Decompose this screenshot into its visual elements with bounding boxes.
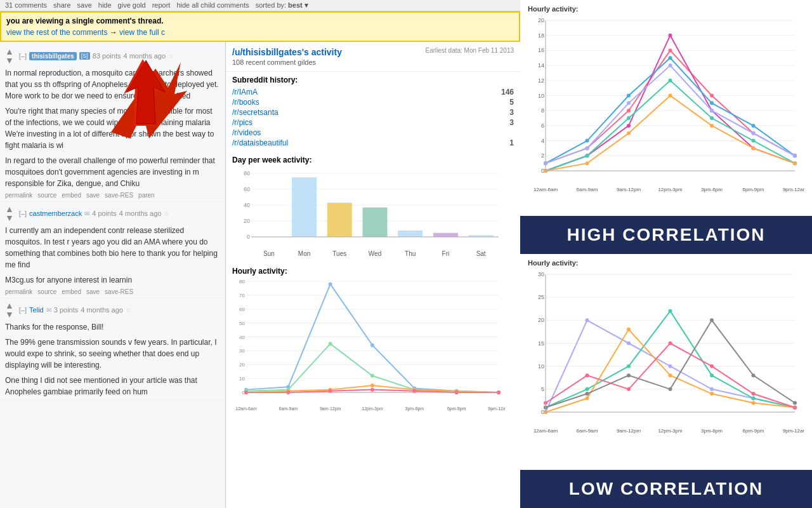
points-3: 3 points: [54, 306, 79, 314]
vote-arrows-3[interactable]: ▲ ▼: [5, 301, 14, 319]
subreddit-count-1: 5: [509, 98, 514, 107]
subreddit-row-4: /r/videos: [232, 128, 514, 138]
save-2[interactable]: save: [86, 288, 100, 295]
msg-icon-2: ✉: [84, 210, 89, 217]
share-link[interactable]: share: [53, 1, 71, 10]
bottom-correlation-chart: [528, 269, 804, 434]
subreddit-count-2: 3: [509, 108, 514, 117]
subreddit-link-2[interactable]: /r/secretsanta: [232, 108, 278, 117]
mod-tag-1: [S]: [79, 52, 90, 60]
subreddit-link-5[interactable]: /r/dataisbeautiful: [232, 138, 288, 147]
rest-comments-link[interactable]: view the rest of the comments: [6, 28, 107, 37]
top-chart-box: Hourly activity:: [520, 0, 812, 216]
top-chart-title: Hourly activity:: [528, 5, 804, 13]
source-2[interactable]: source: [37, 288, 56, 295]
subreddit-link-1[interactable]: /r/books: [232, 98, 259, 107]
comment-3-header: ▲ ▼ [–] Telid ✉ 3 points 4 months ago ☆: [5, 301, 220, 319]
comment-3: ▲ ▼ [–] Telid ✉ 3 points 4 months ago ☆ …: [0, 298, 225, 401]
day-activity: Day per week activity:: [226, 152, 520, 263]
user-subtitle: 108 recent comment gildes: [232, 58, 342, 66]
user-header: /u/thisisbillgates's activity 108 recent…: [226, 42, 520, 72]
vote-arrows-2[interactable]: ▲ ▼: [5, 204, 14, 222]
report-link[interactable]: report: [152, 1, 171, 10]
hourly-chart-user: [232, 278, 505, 411]
high-correlation-label: HIGH CORRELATION: [520, 216, 812, 254]
upvote-2[interactable]: ▲: [5, 204, 14, 213]
save-link[interactable]: save: [77, 1, 92, 10]
collapse-2[interactable]: [–]: [19, 210, 27, 217]
hourly-activity-user: Hourly activity:: [226, 263, 520, 415]
bottom-chart-title: Hourly activity:: [528, 259, 804, 267]
comment-2: ▲ ▼ [–] castmemberzack ✉ 4 points 4 mont…: [0, 202, 225, 298]
warning-message: you are viewing a single comment's threa…: [6, 17, 164, 25]
subreddit-row-0: /r/IAmA 146: [232, 87, 514, 97]
downvote-3[interactable]: ▼: [5, 310, 14, 319]
downvote-1[interactable]: ▼: [5, 56, 14, 65]
comment-2-text: I currently am an independent contr rele…: [5, 225, 220, 286]
permalink-2[interactable]: permalink: [5, 288, 32, 295]
source-1[interactable]: source: [37, 192, 56, 199]
user-stats-section: /u/thisisbillgates's activity 108 recent…: [225, 42, 520, 508]
hourly-activity-title: Hourly activity:: [232, 267, 514, 276]
save-res-2[interactable]: save-RES: [105, 288, 133, 295]
sort-label: sorted by: best ▾: [256, 1, 308, 10]
save-res-1[interactable]: save-RES: [105, 192, 133, 199]
subreddit-row-5: /r/dataisbeautiful 1: [232, 138, 514, 148]
main-area: ▲ ▼ [–] thisisbillgates [S] 83 points 4 …: [0, 42, 520, 508]
arrow-sep: →: [110, 28, 119, 37]
subreddit-count-3: 3: [509, 118, 514, 127]
day-activity-title: Day per week activity:: [232, 156, 514, 164]
comment-3-text: Thanks for the response, Bill! The 99% g…: [5, 321, 220, 398]
top-bar: 31 comments share save hide give gold re…: [0, 0, 520, 11]
comments-section: ▲ ▼ [–] thisisbillgates [S] 83 points 4 …: [0, 42, 225, 508]
comment-1-text: In normal reproduction, a mosquito carry…: [5, 67, 220, 189]
time-1: 4 months ago: [123, 52, 166, 60]
subreddit-link-3[interactable]: /r/pics: [232, 118, 252, 127]
top-correlation-chart: [528, 15, 804, 193]
subreddit-link-4[interactable]: /r/videos: [232, 128, 261, 137]
parent-1[interactable]: paren: [138, 192, 155, 199]
permalink-1[interactable]: permalink: [5, 192, 32, 199]
user-activity-title[interactable]: /u/thisisbillgates's activity: [232, 47, 342, 57]
username-3[interactable]: Telid: [29, 306, 44, 314]
embed-1[interactable]: embed: [62, 192, 81, 199]
day-chart: [232, 167, 505, 259]
upvote-1[interactable]: ▲: [5, 47, 14, 56]
downvote-2[interactable]: ▼: [5, 213, 14, 222]
earliest-data: Earliest data: Mon Feb 11 2013: [425, 47, 514, 54]
upvote-3[interactable]: ▲: [5, 301, 14, 310]
embed-2[interactable]: embed: [62, 288, 81, 295]
star-1[interactable]: ☆: [168, 53, 174, 60]
collapse-3[interactable]: [–]: [19, 306, 27, 314]
comment-1: ▲ ▼ [–] thisisbillgates [S] 83 points 4 …: [0, 44, 225, 202]
username-2[interactable]: castmemberzack: [29, 210, 82, 217]
subreddit-row-1: /r/books 5: [232, 97, 514, 107]
msg-icon-3: ✉: [46, 307, 51, 314]
hide-child-link[interactable]: hide all child comments: [176, 1, 249, 10]
collapse-1[interactable]: [–]: [19, 52, 27, 60]
star-3[interactable]: ☆: [126, 307, 131, 314]
time-3: 4 months ago: [81, 306, 123, 314]
low-correlation-label: LOW CORRELATION: [520, 470, 812, 508]
give-gold-link[interactable]: give gold: [118, 1, 146, 10]
vote-arrows-1[interactable]: ▲ ▼: [5, 47, 14, 65]
subreddit-row-3: /r/pics 3: [232, 117, 514, 128]
star-2[interactable]: ☆: [164, 210, 169, 217]
subreddit-count-5: 1: [509, 138, 514, 147]
subreddit-title: Subreddit history:: [232, 76, 514, 84]
full-comments-link[interactable]: view the full c: [119, 28, 165, 37]
subreddit-count-0: 146: [501, 88, 514, 97]
username-tag-1[interactable]: thisisbillgates: [29, 52, 77, 60]
subreddit-row-2: /r/secretsanta 3: [232, 107, 514, 117]
comment-1-actions: permalink source embed save save-RES par…: [5, 192, 220, 199]
hide-link[interactable]: hide: [98, 1, 112, 10]
subreddit-history: Subreddit history: /r/IAmA 146 /r/books …: [226, 72, 520, 152]
points-2: 4 points: [92, 210, 117, 217]
comment-2-actions: permalink source embed save save-RES: [5, 288, 220, 295]
reddit-panel: 31 comments share save hide give gold re…: [0, 0, 520, 508]
thread-warning: you are viewing a single comment's threa…: [0, 11, 520, 42]
points-1: 83 points: [93, 52, 121, 60]
bottom-chart-box: Hourly activity:: [520, 254, 812, 470]
subreddit-link-0[interactable]: /r/IAmA: [232, 88, 258, 97]
save-1[interactable]: save: [86, 192, 100, 199]
